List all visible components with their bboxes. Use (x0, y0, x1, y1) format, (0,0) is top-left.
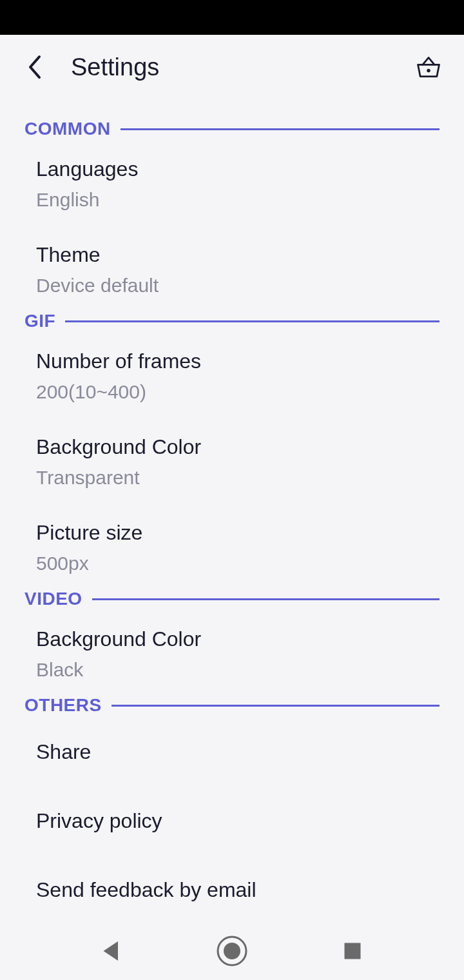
setting-value: 500px (36, 553, 428, 574)
nav-recent-button[interactable] (336, 935, 369, 967)
setting-title: Send feedback by email (36, 872, 428, 908)
navigation-bar (0, 922, 464, 980)
chevron-left-icon (28, 54, 43, 80)
section-header-common: COMMON (24, 119, 440, 139)
setting-video-bgcolor[interactable]: Background Color Black (24, 609, 440, 695)
status-bar (0, 0, 464, 35)
svg-point-2 (224, 943, 240, 959)
nav-back-button[interactable] (95, 935, 128, 967)
setting-value: Device default (36, 275, 428, 297)
back-button[interactable] (19, 51, 52, 83)
setting-value: Black (36, 659, 428, 681)
setting-privacy-policy[interactable]: Privacy policy (24, 785, 440, 854)
basket-button[interactable] (412, 51, 445, 83)
setting-title: Number of frames (36, 349, 428, 373)
setting-gif-bgcolor[interactable]: Background Color Transparent (24, 417, 440, 503)
section-divider (65, 320, 440, 322)
circle-icon (216, 935, 248, 967)
section-divider (121, 128, 440, 130)
section-header-others: OTHERS (24, 695, 440, 716)
setting-picture-size[interactable]: Picture size 500px (24, 503, 440, 589)
setting-title: Background Color (36, 627, 428, 651)
setting-value: Transparent (36, 467, 428, 489)
svg-point-0 (427, 69, 430, 73)
setting-theme[interactable]: Theme Device default (24, 225, 440, 311)
triangle-left-icon (95, 935, 128, 967)
setting-share[interactable]: Share (24, 716, 440, 785)
section-label: VIDEO (24, 589, 82, 609)
setting-frames[interactable]: Number of frames 200(10~400) (24, 331, 440, 417)
section-label: OTHERS (24, 695, 102, 716)
setting-title: Picture size (36, 521, 428, 545)
setting-title: Background Color (36, 435, 428, 459)
app-bar: Settings (0, 35, 464, 99)
setting-title: Privacy policy (36, 803, 428, 839)
svg-rect-3 (344, 943, 360, 959)
section-divider (92, 598, 440, 600)
setting-title: Share (36, 734, 428, 770)
page-title: Settings (71, 54, 412, 81)
setting-send-feedback[interactable]: Send feedback by email (24, 854, 440, 922)
nav-home-button[interactable] (216, 935, 248, 967)
section-label: COMMON (24, 119, 111, 139)
setting-value: English (36, 189, 428, 211)
section-header-gif: GIF (24, 311, 440, 331)
basket-icon (414, 53, 443, 81)
setting-title: Languages (36, 157, 428, 181)
settings-content: COMMON Languages English Theme Device de… (0, 99, 464, 922)
setting-languages[interactable]: Languages English (24, 139, 440, 225)
section-label: GIF (24, 311, 55, 331)
section-header-video: VIDEO (24, 589, 440, 609)
square-icon (336, 935, 369, 967)
setting-value: 200(10~400) (36, 381, 428, 403)
setting-title: Theme (36, 243, 428, 267)
section-divider (111, 705, 440, 707)
